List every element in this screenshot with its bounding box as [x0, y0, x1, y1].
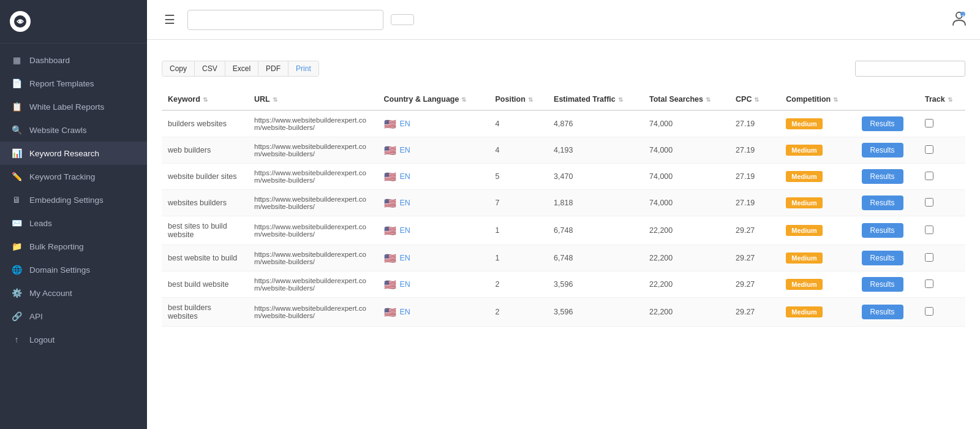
nav-icon-report-templates: 📄 [11, 78, 22, 88]
track-checkbox-6[interactable] [925, 279, 933, 288]
cell-track-7[interactable] [919, 298, 965, 327]
cell-keyword-1: web builders [162, 137, 248, 164]
sidebar-item-api[interactable]: 🔗API [0, 305, 147, 328]
cell-keyword-2: website builder sites [162, 164, 248, 190]
user-icon[interactable]: + [951, 9, 968, 30]
col-header-6[interactable]: CPC⇅ [729, 89, 780, 110]
sidebar-item-white-label-reports[interactable]: 📋White Label Reports [0, 95, 147, 118]
track-checkbox-4[interactable] [925, 226, 933, 234]
results-button-1[interactable]: Results [862, 143, 903, 158]
cell-country-2: 🇺🇸EN [378, 164, 489, 190]
col-header-8[interactable] [856, 89, 919, 110]
track-checkbox-5[interactable] [925, 253, 933, 262]
cell-traffic-0: 4,876 [548, 110, 643, 137]
nav-icon-website-crawls: 🔍 [11, 125, 22, 135]
cell-country-5: 🇺🇸EN [378, 245, 489, 271]
col-header-3[interactable]: Position⇅ [489, 89, 548, 110]
cell-results-btn-5[interactable]: Results [856, 245, 919, 271]
nav-icon-keyword-tracking: ✏️ [11, 172, 22, 181]
lang-4: EN [400, 226, 410, 235]
track-checkbox-0[interactable] [925, 119, 933, 127]
sidebar: ▦Dashboard📄Report Templates📋White Label … [0, 0, 147, 429]
cell-cpc-6: 29.27 [729, 271, 780, 298]
results-button-7[interactable]: Results [862, 305, 903, 319]
cell-searches-2: 74,000 [643, 164, 729, 190]
cell-results-btn-1[interactable]: Results [856, 137, 919, 164]
cell-track-2[interactable] [919, 164, 965, 190]
cell-track-4[interactable] [919, 216, 965, 245]
sidebar-item-logout[interactable]: ↑Logout [0, 328, 147, 351]
cell-track-0[interactable] [919, 110, 965, 137]
track-checkbox-2[interactable] [925, 172, 933, 180]
cell-cpc-4: 29.27 [729, 216, 780, 245]
sort-icon-1: ⇅ [273, 96, 277, 103]
sidebar-item-embedding-settings[interactable]: 🖥Embedding Settings [0, 188, 147, 211]
competition-badge-0: Medium [786, 118, 823, 129]
sidebar-item-dashboard[interactable]: ▦Dashboard [0, 48, 147, 72]
cell-results-btn-3[interactable]: Results [856, 190, 919, 216]
sidebar-item-my-account[interactable]: ⚙️My Account [0, 281, 147, 305]
results-button-6[interactable]: Results [862, 277, 903, 292]
col-header-1[interactable]: URL⇅ [248, 89, 378, 110]
sort-icon-3: ⇅ [528, 96, 533, 103]
sidebar-item-domain-settings[interactable]: 🌐Domain Settings [0, 258, 147, 281]
sidebar-item-keyword-tracking[interactable]: ✏️Keyword Tracking [0, 165, 147, 188]
topbar: ☰ + [147, 0, 980, 40]
nav-label-white-label-reports: White Label Reports [29, 102, 104, 112]
sidebar-item-keyword-research[interactable]: 📊Keyword Research [0, 142, 147, 165]
col-header-4[interactable]: Estimated Traffic⇅ [548, 89, 643, 110]
competition-badge-2: Medium [786, 171, 823, 182]
print-button[interactable]: Print [288, 61, 318, 76]
cell-competition-4: Medium [780, 216, 855, 245]
quick-audit-button[interactable] [391, 14, 414, 25]
col-header-2[interactable]: Country & Language⇅ [378, 89, 489, 110]
track-checkbox-1[interactable] [925, 145, 933, 154]
col-header-5[interactable]: Total Searches⇅ [643, 89, 729, 110]
search-input[interactable] [855, 61, 965, 77]
excel-button[interactable]: Excel [225, 61, 258, 76]
sort-icon-4: ⇅ [618, 96, 623, 103]
cell-track-5[interactable] [919, 245, 965, 271]
pdf-button[interactable]: PDF [258, 61, 288, 76]
cell-url-5: https://www.websitebuilderexpert.com/web… [248, 245, 378, 271]
cell-results-btn-7[interactable]: Results [856, 298, 919, 327]
topbar-right: + [938, 9, 968, 30]
sidebar-item-website-crawls[interactable]: 🔍Website Crawls [0, 118, 147, 142]
cell-position-2: 5 [489, 164, 548, 190]
cell-results-btn-0[interactable]: Results [856, 110, 919, 137]
csv-button[interactable]: CSV [195, 61, 225, 76]
track-checkbox-3[interactable] [925, 198, 933, 207]
results-button-4[interactable]: Results [862, 223, 903, 238]
cell-track-6[interactable] [919, 271, 965, 298]
cell-track-3[interactable] [919, 190, 965, 216]
cell-track-1[interactable] [919, 137, 965, 164]
sidebar-item-report-templates[interactable]: 📄Report Templates [0, 72, 147, 95]
cell-results-btn-4[interactable]: Results [856, 216, 919, 245]
hamburger-button[interactable]: ☰ [159, 10, 180, 29]
lang-7: EN [400, 308, 410, 316]
copy-button[interactable]: Copy [162, 61, 195, 76]
table-row: best website to buildhttps://www.website… [162, 245, 965, 271]
sidebar-item-bulk-reporting[interactable]: 📁Bulk Reporting [0, 235, 147, 258]
cell-results-btn-2[interactable]: Results [856, 164, 919, 190]
competition-badge-6: Medium [786, 279, 823, 290]
cell-results-btn-6[interactable]: Results [856, 271, 919, 298]
col-header-7[interactable]: Competition⇅ [780, 89, 855, 110]
competition-badge-5: Medium [786, 252, 823, 264]
url-input[interactable] [187, 10, 383, 30]
results-button-5[interactable]: Results [862, 251, 903, 265]
sidebar-item-leads[interactable]: ✉️Leads [0, 211, 147, 235]
flag-2: 🇺🇸 [384, 171, 396, 183]
sort-icon-6: ⇅ [754, 96, 759, 103]
lang-5: EN [400, 254, 410, 262]
results-button-0[interactable]: Results [862, 116, 903, 131]
results-button-2[interactable]: Results [862, 169, 903, 184]
cell-cpc-5: 29.27 [729, 245, 780, 271]
results-button-3[interactable]: Results [862, 196, 903, 210]
flag-3: 🇺🇸 [384, 197, 396, 209]
track-checkbox-7[interactable] [925, 307, 933, 316]
col-header-0[interactable]: Keyword⇅ [162, 89, 248, 110]
nav-label-embedding-settings: Embedding Settings [29, 196, 104, 205]
col-header-9[interactable]: Track⇅ [919, 89, 965, 110]
cell-competition-0: Medium [780, 110, 855, 137]
